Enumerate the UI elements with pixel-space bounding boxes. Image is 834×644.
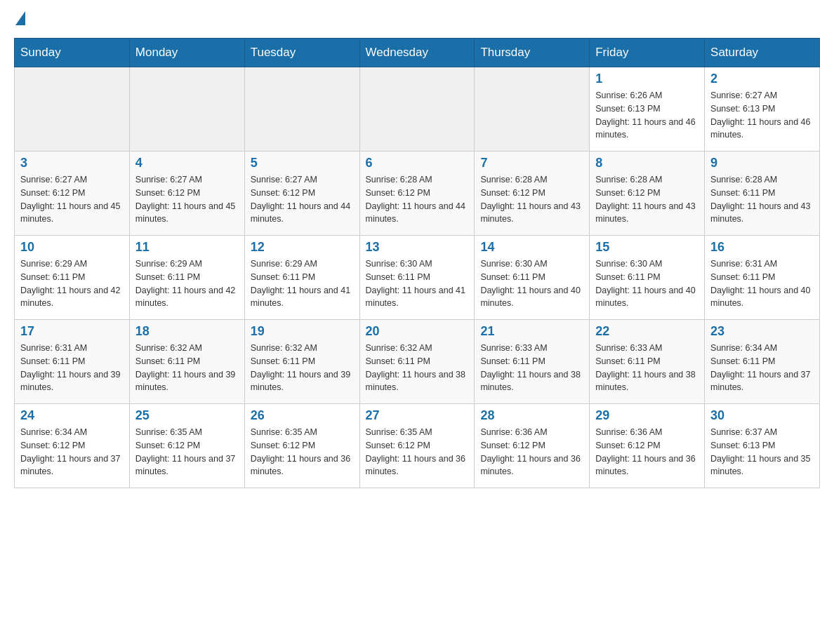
calendar-cell: 27Sunrise: 6:35 AM Sunset: 6:12 PM Dayli… bbox=[359, 404, 475, 488]
day-info: Sunrise: 6:29 AM Sunset: 6:11 PM Dayligh… bbox=[135, 257, 239, 310]
day-number: 26 bbox=[251, 408, 354, 423]
day-number: 30 bbox=[710, 408, 814, 423]
calendar-cell: 28Sunrise: 6:36 AM Sunset: 6:12 PM Dayli… bbox=[475, 404, 590, 488]
calendar-cell: 30Sunrise: 6:37 AM Sunset: 6:13 PM Dayli… bbox=[705, 404, 820, 488]
calendar-cell bbox=[15, 67, 130, 152]
calendar-cell: 15Sunrise: 6:30 AM Sunset: 6:11 PM Dayli… bbox=[590, 236, 705, 320]
calendar-cell bbox=[129, 67, 244, 152]
day-number: 25 bbox=[135, 408, 239, 423]
day-number: 9 bbox=[710, 156, 814, 170]
calendar-cell: 19Sunrise: 6:32 AM Sunset: 6:11 PM Dayli… bbox=[244, 320, 359, 404]
day-info: Sunrise: 6:35 AM Sunset: 6:12 PM Dayligh… bbox=[366, 426, 469, 478]
day-number: 13 bbox=[366, 240, 469, 255]
day-of-week-header: Thursday bbox=[475, 39, 590, 67]
day-number: 8 bbox=[595, 156, 699, 170]
day-number: 7 bbox=[480, 156, 583, 170]
calendar-cell: 1Sunrise: 6:26 AM Sunset: 6:13 PM Daylig… bbox=[590, 67, 705, 152]
day-info: Sunrise: 6:26 AM Sunset: 6:13 PM Dayligh… bbox=[595, 89, 699, 142]
day-number: 5 bbox=[251, 156, 354, 170]
day-number: 10 bbox=[20, 240, 124, 255]
calendar-cell: 20Sunrise: 6:32 AM Sunset: 6:11 PM Dayli… bbox=[359, 320, 475, 404]
day-info: Sunrise: 6:36 AM Sunset: 6:12 PM Dayligh… bbox=[480, 426, 583, 478]
day-info: Sunrise: 6:27 AM Sunset: 6:13 PM Dayligh… bbox=[710, 89, 814, 142]
calendar-cell: 3Sunrise: 6:27 AM Sunset: 6:12 PM Daylig… bbox=[15, 152, 130, 236]
day-info: Sunrise: 6:27 AM Sunset: 6:12 PM Dayligh… bbox=[251, 173, 354, 226]
calendar-cell: 7Sunrise: 6:28 AM Sunset: 6:12 PM Daylig… bbox=[475, 152, 590, 236]
day-number: 11 bbox=[135, 240, 239, 255]
day-number: 24 bbox=[20, 408, 124, 423]
day-number: 4 bbox=[135, 156, 239, 170]
calendar-cell bbox=[475, 67, 590, 152]
calendar-cell: 2Sunrise: 6:27 AM Sunset: 6:13 PM Daylig… bbox=[705, 67, 820, 152]
calendar-cell: 8Sunrise: 6:28 AM Sunset: 6:12 PM Daylig… bbox=[590, 152, 705, 236]
day-info: Sunrise: 6:35 AM Sunset: 6:12 PM Dayligh… bbox=[251, 426, 354, 478]
day-info: Sunrise: 6:34 AM Sunset: 6:12 PM Dayligh… bbox=[20, 426, 124, 478]
calendar-week-row: 24Sunrise: 6:34 AM Sunset: 6:12 PM Dayli… bbox=[15, 404, 820, 488]
day-number: 20 bbox=[366, 324, 469, 339]
calendar-cell: 24Sunrise: 6:34 AM Sunset: 6:12 PM Dayli… bbox=[15, 404, 130, 488]
day-number: 21 bbox=[480, 324, 583, 339]
day-info: Sunrise: 6:28 AM Sunset: 6:11 PM Dayligh… bbox=[710, 173, 814, 226]
calendar-cell: 26Sunrise: 6:35 AM Sunset: 6:12 PM Dayli… bbox=[244, 404, 359, 488]
day-number: 3 bbox=[20, 156, 124, 170]
calendar-cell: 17Sunrise: 6:31 AM Sunset: 6:11 PM Dayli… bbox=[15, 320, 130, 404]
day-info: Sunrise: 6:36 AM Sunset: 6:12 PM Dayligh… bbox=[595, 426, 699, 478]
calendar-cell: 14Sunrise: 6:30 AM Sunset: 6:11 PM Dayli… bbox=[475, 236, 590, 320]
calendar-cell: 21Sunrise: 6:33 AM Sunset: 6:11 PM Dayli… bbox=[475, 320, 590, 404]
day-info: Sunrise: 6:30 AM Sunset: 6:11 PM Dayligh… bbox=[595, 257, 699, 310]
day-info: Sunrise: 6:27 AM Sunset: 6:12 PM Dayligh… bbox=[135, 173, 239, 226]
day-number: 17 bbox=[20, 324, 124, 339]
calendar-week-row: 17Sunrise: 6:31 AM Sunset: 6:11 PM Dayli… bbox=[15, 320, 820, 404]
logo-triangle-icon bbox=[15, 11, 25, 25]
day-number: 28 bbox=[480, 408, 583, 423]
day-number: 29 bbox=[595, 408, 699, 423]
day-of-week-header: Friday bbox=[590, 39, 705, 67]
day-number: 12 bbox=[251, 240, 354, 255]
day-info: Sunrise: 6:30 AM Sunset: 6:11 PM Dayligh… bbox=[366, 257, 469, 310]
day-info: Sunrise: 6:28 AM Sunset: 6:12 PM Dayligh… bbox=[480, 173, 583, 226]
day-number: 2 bbox=[710, 72, 814, 86]
calendar-cell bbox=[244, 67, 359, 152]
calendar-cell: 6Sunrise: 6:28 AM Sunset: 6:12 PM Daylig… bbox=[359, 152, 475, 236]
day-number: 23 bbox=[710, 324, 814, 339]
calendar-cell: 9Sunrise: 6:28 AM Sunset: 6:11 PM Daylig… bbox=[705, 152, 820, 236]
day-info: Sunrise: 6:37 AM Sunset: 6:13 PM Dayligh… bbox=[710, 426, 814, 478]
logo bbox=[14, 14, 25, 25]
calendar-cell: 22Sunrise: 6:33 AM Sunset: 6:11 PM Dayli… bbox=[590, 320, 705, 404]
day-number: 1 bbox=[595, 72, 699, 86]
page-header bbox=[14, 14, 820, 25]
day-number: 22 bbox=[595, 324, 699, 339]
day-of-week-header: Saturday bbox=[705, 39, 820, 67]
day-number: 18 bbox=[135, 324, 239, 339]
calendar-cell: 25Sunrise: 6:35 AM Sunset: 6:12 PM Dayli… bbox=[129, 404, 244, 488]
day-info: Sunrise: 6:31 AM Sunset: 6:11 PM Dayligh… bbox=[710, 257, 814, 310]
day-info: Sunrise: 6:28 AM Sunset: 6:12 PM Dayligh… bbox=[366, 173, 469, 226]
calendar-cell: 23Sunrise: 6:34 AM Sunset: 6:11 PM Dayli… bbox=[705, 320, 820, 404]
day-info: Sunrise: 6:33 AM Sunset: 6:11 PM Dayligh… bbox=[595, 342, 699, 394]
calendar-week-row: 3Sunrise: 6:27 AM Sunset: 6:12 PM Daylig… bbox=[15, 152, 820, 236]
calendar-week-row: 10Sunrise: 6:29 AM Sunset: 6:11 PM Dayli… bbox=[15, 236, 820, 320]
day-info: Sunrise: 6:35 AM Sunset: 6:12 PM Dayligh… bbox=[135, 426, 239, 478]
day-info: Sunrise: 6:30 AM Sunset: 6:11 PM Dayligh… bbox=[480, 257, 583, 310]
calendar-cell: 4Sunrise: 6:27 AM Sunset: 6:12 PM Daylig… bbox=[129, 152, 244, 236]
calendar-table: SundayMondayTuesdayWednesdayThursdayFrid… bbox=[14, 38, 820, 488]
day-number: 19 bbox=[251, 324, 354, 339]
day-of-week-header: Tuesday bbox=[244, 39, 359, 67]
day-number: 6 bbox=[366, 156, 469, 170]
day-info: Sunrise: 6:33 AM Sunset: 6:11 PM Dayligh… bbox=[480, 342, 583, 394]
day-info: Sunrise: 6:32 AM Sunset: 6:11 PM Dayligh… bbox=[366, 342, 469, 394]
day-info: Sunrise: 6:34 AM Sunset: 6:11 PM Dayligh… bbox=[710, 342, 814, 394]
day-info: Sunrise: 6:29 AM Sunset: 6:11 PM Dayligh… bbox=[251, 257, 354, 310]
day-info: Sunrise: 6:29 AM Sunset: 6:11 PM Dayligh… bbox=[20, 257, 124, 310]
calendar-cell: 29Sunrise: 6:36 AM Sunset: 6:12 PM Dayli… bbox=[590, 404, 705, 488]
day-info: Sunrise: 6:27 AM Sunset: 6:12 PM Dayligh… bbox=[20, 173, 124, 226]
calendar-cell: 11Sunrise: 6:29 AM Sunset: 6:11 PM Dayli… bbox=[129, 236, 244, 320]
day-number: 16 bbox=[710, 240, 814, 255]
day-number: 15 bbox=[595, 240, 699, 255]
day-number: 27 bbox=[366, 408, 469, 423]
day-info: Sunrise: 6:32 AM Sunset: 6:11 PM Dayligh… bbox=[135, 342, 239, 394]
calendar-header-row: SundayMondayTuesdayWednesdayThursdayFrid… bbox=[15, 39, 820, 67]
day-info: Sunrise: 6:28 AM Sunset: 6:12 PM Dayligh… bbox=[595, 173, 699, 226]
calendar-cell bbox=[359, 67, 475, 152]
day-number: 14 bbox=[480, 240, 583, 255]
